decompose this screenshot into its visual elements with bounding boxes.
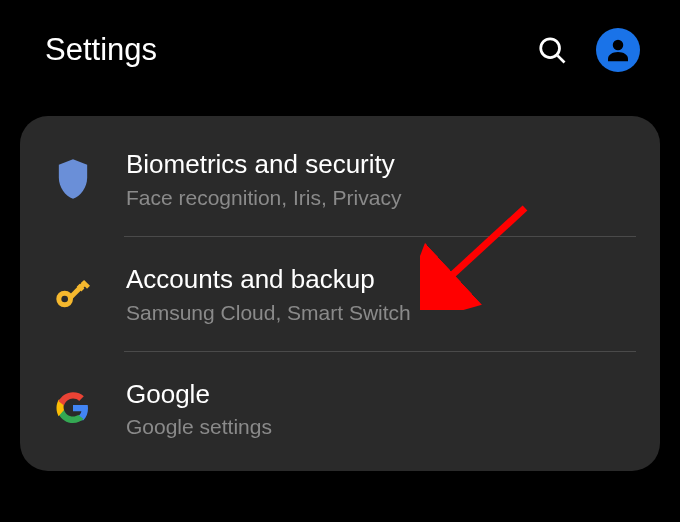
item-content: Google Google settings	[126, 378, 636, 440]
svg-point-0	[541, 39, 560, 58]
header-actions	[536, 28, 640, 72]
person-icon	[603, 35, 633, 65]
item-content: Accounts and backup Samsung Cloud, Smart…	[126, 263, 636, 325]
item-title: Accounts and backup	[126, 263, 636, 297]
page-title: Settings	[45, 32, 157, 68]
search-icon	[537, 35, 567, 65]
svg-line-1	[558, 56, 565, 63]
svg-point-2	[613, 40, 624, 51]
settings-list-card: Biometrics and security Face recognition…	[20, 116, 660, 471]
shield-icon	[52, 158, 94, 200]
list-item-google[interactable]: Google Google settings	[20, 352, 660, 466]
app-header: Settings	[0, 0, 680, 100]
svg-point-4	[61, 295, 68, 302]
profile-button[interactable]	[596, 28, 640, 72]
list-item-accounts-backup[interactable]: Accounts and backup Samsung Cloud, Smart…	[20, 237, 660, 351]
item-title: Google	[126, 378, 636, 412]
item-content: Biometrics and security Face recognition…	[126, 148, 636, 210]
list-item-biometrics-security[interactable]: Biometrics and security Face recognition…	[20, 122, 660, 236]
item-subtitle: Face recognition, Iris, Privacy	[126, 186, 636, 210]
item-subtitle: Google settings	[126, 415, 636, 439]
item-title: Biometrics and security	[126, 148, 636, 182]
key-icon	[52, 273, 94, 315]
google-icon	[52, 387, 94, 429]
search-button[interactable]	[536, 34, 568, 66]
item-subtitle: Samsung Cloud, Smart Switch	[126, 301, 636, 325]
